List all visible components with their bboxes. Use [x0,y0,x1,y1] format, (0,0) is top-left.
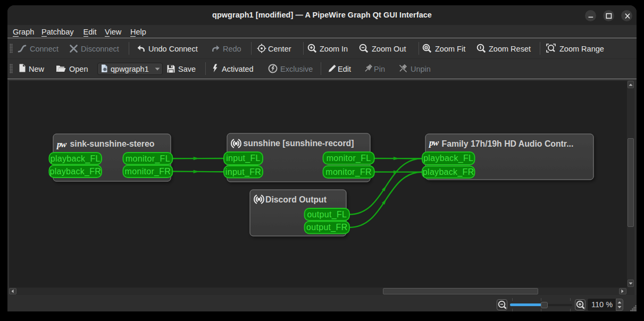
svg-text:monitor_FL: monitor_FL [327,154,371,163]
svg-text:sink-sunshine-stereo: sink-sunshine-stereo [70,139,155,148]
svg-text:Family 17h/19h HD Audio Contr.: Family 17h/19h HD Audio Contr... [442,139,574,148]
svg-text:monitor_FL: monitor_FL [126,154,170,164]
svg-text:pw: pw [56,139,67,149]
svg-text:output_FL: output_FL [307,210,347,219]
svg-text:playback_FR: playback_FR [49,167,101,176]
svg-text:output_FR: output_FR [306,223,347,232]
svg-text:input_FL: input_FL [226,154,261,163]
svg-text:monitor_FR: monitor_FR [325,167,372,177]
svg-text:input_FR: input_FR [225,167,261,177]
svg-text:sunshine [sunshine-record]: sunshine [sunshine-record] [244,139,354,148]
svg-text:monitor_FR: monitor_FR [125,167,171,176]
svg-text:playback_FL: playback_FL [51,154,101,164]
svg-text:playback_FR: playback_FR [423,167,474,177]
svg-text:playback_FL: playback_FL [423,154,473,163]
svg-text:pw: pw [428,138,439,148]
svg-text:Discord Output: Discord Output [265,195,327,204]
